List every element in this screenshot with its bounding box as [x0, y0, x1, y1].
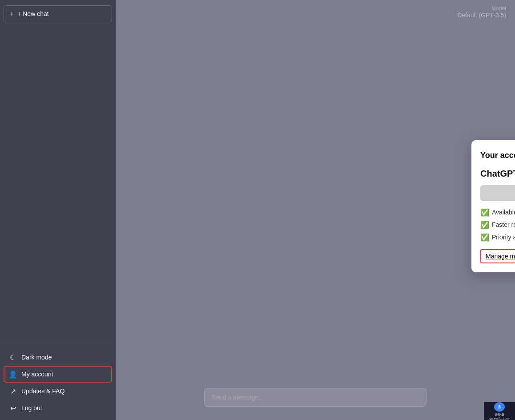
main-area: Model Default (GPT-3.5) Your account × C…	[116, 0, 515, 420]
sidebar: + + New chat ☾ Dark mode 👤 My account ↗ …	[0, 0, 116, 420]
sidebar-item-my-account[interactable]: 👤 My account	[4, 366, 112, 383]
sidebar-item-my-account-label: My account	[21, 371, 53, 378]
new-chat-icon: +	[9, 10, 13, 17]
sidebar-top: + + New chat	[0, 0, 116, 28]
feature-label-3: Priority access to new features	[492, 234, 515, 241]
new-chat-label: + New chat	[17, 10, 48, 17]
your-account-modal: Your account × ChatGPT Plus USD $20/mo Y…	[471, 140, 515, 272]
sidebar-item-log-out[interactable]: ↩ Log out	[4, 400, 112, 416]
new-chat-button[interactable]: + + New chat	[4, 5, 112, 22]
watermark-text-1: 去外服	[495, 412, 505, 417]
watermark: 去 去外服 quwaifu.com	[484, 402, 515, 420]
feature-label-1: Available even when demand is high	[492, 209, 515, 216]
check-icon-2: ✅	[480, 221, 488, 229]
check-icon-1: ✅	[480, 208, 488, 216]
feature-item-1: ✅ Available even when demand is high	[480, 208, 515, 216]
my-account-icon: 👤	[9, 370, 17, 378]
feature-item-3: ✅ Priority access to new features	[480, 233, 515, 241]
updates-faq-icon: ↗	[9, 387, 17, 395]
sidebar-item-dark-mode[interactable]: ☾ Dark mode	[4, 349, 112, 366]
feature-item-2: ✅ Faster response speed	[480, 221, 515, 229]
manage-subscription-link[interactable]: Manage my subscription	[480, 249, 515, 263]
modal-header: Your account ×	[480, 149, 515, 162]
modal-overlay	[116, 0, 515, 420]
check-icon-3: ✅	[480, 233, 488, 241]
feature-label-2: Faster response speed	[492, 221, 515, 228]
current-plan-button: Your current plan	[480, 185, 515, 201]
watermark-logo: 去	[494, 402, 505, 412]
manage-subscription-label: Manage my subscription	[486, 253, 515, 260]
sidebar-item-log-out-label: Log out	[21, 404, 42, 412]
sidebar-bottom: ☾ Dark mode 👤 My account ↗ Updates & FAQ…	[0, 345, 116, 420]
log-out-icon: ↩	[9, 404, 17, 412]
sidebar-item-updates-faq-label: Updates & FAQ	[21, 388, 64, 395]
sidebar-item-updates-faq[interactable]: ↗ Updates & FAQ	[4, 383, 112, 400]
sidebar-item-dark-mode-label: Dark mode	[21, 354, 52, 361]
features-list: ✅ Available even when demand is high ✅ F…	[480, 208, 515, 241]
plan-title: ChatGPT Plus USD $20/mo	[480, 169, 515, 179]
dark-mode-icon: ☾	[9, 353, 17, 361]
watermark-text-2: quwaifu.com	[490, 417, 510, 420]
plan-name: ChatGPT Plus	[480, 169, 515, 178]
modal-title: Your account	[480, 151, 515, 160]
